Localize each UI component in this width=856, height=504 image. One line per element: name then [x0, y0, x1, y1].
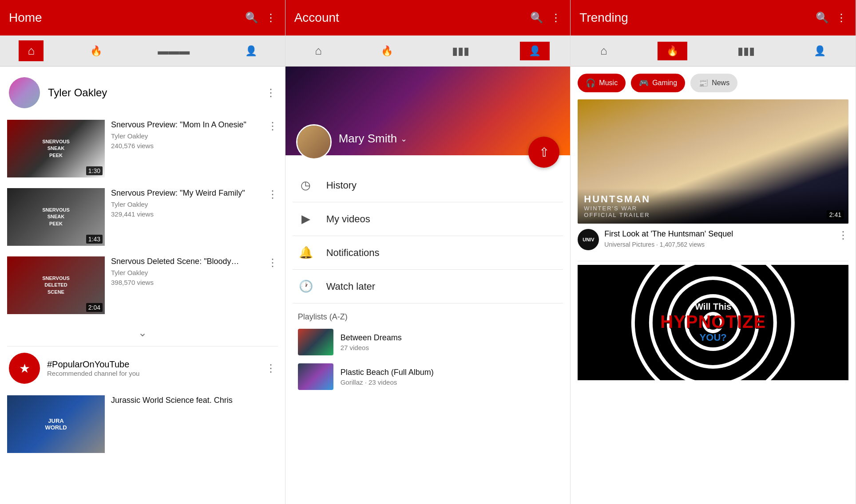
chip-gaming[interactable]: 🎮 Gaming: [631, 74, 685, 92]
playlist-title-2: Plastic Beach (Full Album): [341, 368, 434, 377]
trending-nav-account[interactable]: 👤: [805, 42, 835, 60]
popular-channel[interactable]: ★ #PopularOnYouTube Recommended channel …: [0, 346, 285, 390]
account-header: Account 🔍 ⋮: [285, 0, 571, 35]
video-thumbnail-1: SNERVOUSSNEAKPEEK 1:30: [7, 120, 105, 177]
channel-more-btn[interactable]: ⋮: [266, 87, 276, 99]
chip-news[interactable]: 📰 News: [690, 74, 737, 92]
menu-item-notifications[interactable]: 🔔 Notifications: [285, 236, 571, 269]
video-title-1: Snervous Preview: "Mom In A Onesie": [111, 120, 261, 130]
popular-info: #PopularOnYouTube Recommended channel fo…: [47, 359, 258, 377]
list-item[interactable]: JURAWORLD Jurassic World Science feat. C…: [0, 390, 285, 458]
list-item[interactable]: SNERVOUSDELETEDSCENE 2:04 Snervous Delet…: [0, 251, 285, 319]
home-search-icon[interactable]: 🔍: [245, 12, 258, 24]
jurassic-image: JURAWORLD: [7, 395, 105, 453]
video-info-3: Snervous Deleted Scene: "Bloody… Tyler O…: [111, 256, 261, 286]
home-panel: Home 🔍 ⋮ ⌂ 🔥 ▬▬▬ 👤 Tyler Oakley ⋮: [0, 0, 285, 504]
channel-header: Tyler Oakley ⋮: [0, 71, 285, 114]
home-more-icon[interactable]: ⋮: [266, 12, 276, 24]
video-more-btn-3[interactable]: ⋮: [267, 256, 278, 269]
account-avatar-image: [297, 126, 330, 158]
playlist-item-2[interactable]: Plastic Beach (Full Album) Gorillaz · 23…: [298, 363, 558, 390]
huntsman-meta: Universal Pictures · 1,407,562 views: [604, 241, 832, 248]
account-subs-icon: ▮▮▮: [452, 45, 469, 57]
history-label: History: [326, 180, 357, 191]
trending-content: 🎧 Music 🎮 Gaming 📰 News HUNTSMAN WINTER'…: [571, 67, 856, 504]
account-nav-subscriptions[interactable]: ▮▮▮: [443, 41, 478, 61]
watch-later-icon: 🕐: [298, 280, 314, 293]
popular-sub: Recommended channel for you: [47, 370, 258, 377]
home-header-icons: 🔍 ⋮: [245, 12, 276, 24]
playlist-thumb-1: [298, 329, 333, 355]
account-nav-icon: 👤: [245, 45, 257, 57]
account-nav-trending[interactable]: 🔥: [372, 42, 402, 60]
nav-trending[interactable]: 🔥: [81, 42, 111, 60]
video-views-3: 398,570 views: [111, 279, 261, 286]
trending-fire-icon: 🔥: [666, 45, 678, 57]
chip-gaming-label: Gaming: [652, 79, 677, 87]
account-username[interactable]: Mary Smith ⌄: [339, 132, 407, 146]
history-icon: ◷: [298, 178, 314, 192]
account-nav-home[interactable]: ⌂: [306, 40, 331, 61]
subscriptions-icon: ▬▬▬: [158, 45, 190, 57]
trending-nav-home-icon: ⌂: [600, 44, 607, 58]
notifications-label: Notifications: [326, 247, 380, 259]
video-more-btn-1[interactable]: ⋮: [267, 120, 278, 132]
video-thumbnail-2: SNERVOUSSNEAKPEEK 1:43: [7, 188, 105, 246]
hyp-will-text: Will This: [660, 302, 766, 312]
video-more-btn-2[interactable]: ⋮: [267, 188, 278, 201]
popular-more-btn[interactable]: ⋮: [266, 362, 276, 374]
trending-nav-home[interactable]: ⌂: [591, 40, 616, 61]
account-more-icon[interactable]: ⋮: [551, 12, 561, 24]
duration-badge-1: 1:30: [86, 166, 103, 175]
account-panel: Account 🔍 ⋮ ⌂ 🔥 ▮▮▮ 👤 Mary Smith ⌄ ⇧: [285, 0, 571, 504]
playlist-meta-2: Gorillaz · 23 videos: [341, 378, 434, 386]
jurassic-title: Jurassic World Science feat. Chris: [111, 395, 278, 406]
jurassic-thumbnail: JURAWORLD: [7, 395, 105, 453]
huntsman-duration: 2:41: [827, 210, 844, 219]
universal-logo: UNIV: [583, 237, 594, 242]
hypnotize-card[interactable]: Will This HYPNOTIZE YOU?: [571, 265, 856, 380]
trending-nav-subscriptions[interactable]: ▮▮▮: [729, 41, 764, 61]
trending-search-icon[interactable]: 🔍: [816, 12, 829, 24]
trending-header: Trending 🔍 ⋮: [571, 0, 856, 35]
account-avatar: [296, 124, 332, 160]
chip-news-label: News: [712, 79, 729, 87]
huntsman-more-btn[interactable]: ⋮: [838, 229, 848, 241]
video-title-2: Snervous Preview: "My Weird Family": [111, 188, 261, 198]
popular-icon: ★: [9, 353, 40, 384]
thumb-label-3: SNERVOUSDELETEDSCENE: [42, 275, 70, 295]
upload-fab-button[interactable]: ⇧: [528, 137, 559, 168]
nav-home[interactable]: ⌂: [19, 40, 44, 61]
list-item[interactable]: SNERVOUSSNEAKPEEK 1:43 Snervous Preview:…: [0, 183, 285, 251]
trending-video-card-1[interactable]: HUNTSMAN WINTER'S WAROFFICIAL TRAILER 2:…: [571, 99, 856, 257]
channel-name: Tyler Oakley: [48, 87, 266, 99]
trending-nav-bar: ⌂ 🔥 ▮▮▮ 👤: [571, 35, 856, 67]
chip-music[interactable]: 🎧 Music: [578, 74, 626, 92]
menu-item-watch-later[interactable]: 🕐 Watch later: [285, 270, 571, 303]
account-header-icons: 🔍 ⋮: [530, 12, 561, 24]
playlist-title-1: Between Dreams: [341, 333, 402, 343]
account-nav-account[interactable]: 👤: [520, 42, 550, 60]
huntsman-thumbnail: HUNTSMAN WINTER'S WAROFFICIAL TRAILER 2:…: [578, 99, 848, 224]
trending-nav-fire[interactable]: 🔥: [658, 42, 687, 60]
nav-subscriptions[interactable]: ▬▬▬: [149, 41, 198, 61]
video-views-2: 329,441 views: [111, 210, 261, 218]
account-search-icon[interactable]: 🔍: [530, 12, 543, 24]
menu-item-my-videos[interactable]: ▶ My videos: [285, 202, 571, 236]
my-videos-icon: ▶: [298, 212, 314, 226]
menu-item-history[interactable]: ◷ History: [285, 169, 571, 202]
trending-more-icon[interactable]: ⋮: [836, 12, 847, 24]
hyp-you-text: YOU?: [660, 332, 766, 343]
show-more-btn[interactable]: ⌄: [0, 319, 285, 346]
video-channel-3: Tyler Oakley: [111, 269, 261, 276]
trending-person-icon: 👤: [814, 45, 826, 57]
list-item[interactable]: SNERVOUSSNEAKPEEK 1:30 Snervous Preview:…: [0, 114, 285, 183]
avatar[interactable]: [9, 77, 40, 108]
hyp-main-text: HYPNOTIZE: [660, 312, 766, 332]
huntsman-overlay: HUNTSMAN WINTER'S WAROFFICIAL TRAILER: [578, 188, 848, 224]
playlist-item-1[interactable]: Between Dreams 27 videos: [298, 329, 558, 355]
home-title: Home: [9, 11, 245, 25]
jurassic-info: Jurassic World Science feat. Chris: [111, 395, 278, 406]
video-channel-2: Tyler Oakley: [111, 201, 261, 208]
nav-account[interactable]: 👤: [236, 42, 266, 60]
